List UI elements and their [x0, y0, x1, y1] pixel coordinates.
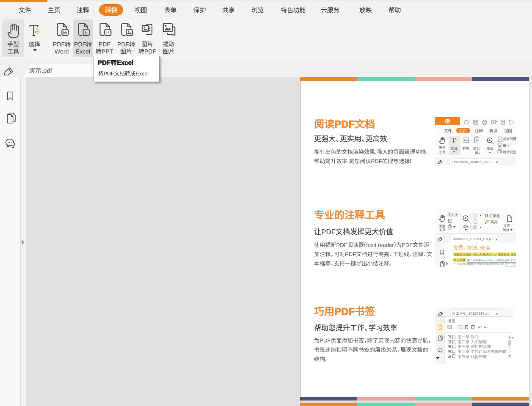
svg-text:G: G: [446, 119, 449, 123]
